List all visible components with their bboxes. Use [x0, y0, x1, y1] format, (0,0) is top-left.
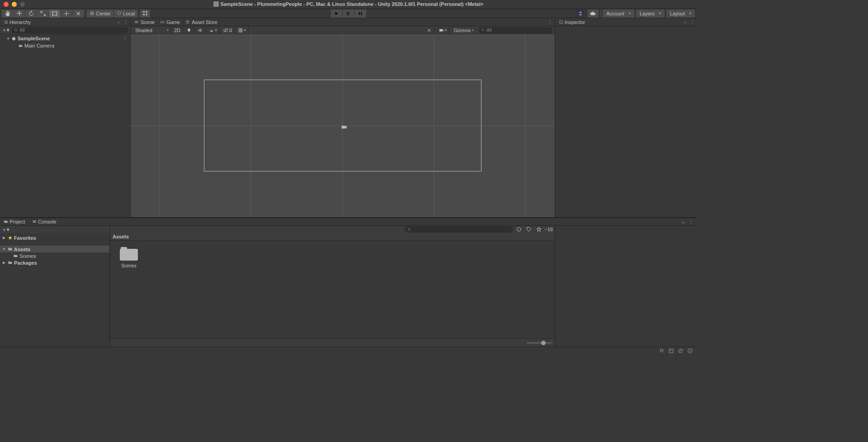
titlebar: SampleScene - PlummetingPeople - PC, Mac… — [0, 0, 697, 9]
project-grid[interactable]: Scenes — [110, 241, 555, 338]
inspector-menu-icon[interactable]: ⋮ — [689, 19, 696, 24]
pivot-group: Center Local — [87, 10, 137, 18]
project-footer — [110, 338, 555, 347]
svg-point-1 — [52, 11, 53, 12]
project-breadcrumb[interactable]: Assets — [110, 233, 555, 241]
project-tree[interactable]: ▶Favorites ▼Assets ▶Scenes ▶Packages — [0, 233, 109, 347]
hierarchy-scene-row[interactable]: ▼ SampleScene ⋮ — [0, 35, 130, 42]
scene-menu-icon[interactable]: ⋮ — [123, 36, 130, 42]
tab-hierarchy[interactable]: Hierarchy — [1, 19, 33, 26]
layers-dropdown[interactable]: Layers — [636, 10, 665, 18]
pivot-local-button[interactable]: Local — [114, 10, 137, 18]
scene-grid-dropdown[interactable]: ▾ — [236, 27, 249, 33]
status-bug-icon[interactable] — [659, 348, 665, 354]
hierarchy-tabbar: Hierarchy ⬨ ⋮ — [0, 18, 130, 26]
scene-search-input[interactable] — [486, 28, 550, 33]
scene-tab-icon — [134, 20, 139, 24]
layout-dropdown[interactable]: Layout — [666, 10, 695, 18]
tab-inspector[interactable]: Inspector — [556, 19, 588, 26]
project-content-pane: 18 Assets Scenes — [110, 226, 555, 347]
account-dropdown[interactable]: Account — [603, 10, 634, 18]
folder-icon — [8, 247, 13, 252]
project-menu-icon[interactable]: ⋮ — [687, 219, 695, 225]
project-tab-controls: ⬨⋮ — [680, 219, 695, 225]
scene-icon — [11, 36, 16, 41]
scene-hidden-count[interactable]: 0 — [221, 27, 235, 33]
project-search[interactable] — [405, 226, 513, 233]
camera-gizmo-icon[interactable] — [340, 124, 346, 130]
lock-icon[interactable]: ⬨ — [116, 19, 121, 24]
status-check-icon[interactable] — [687, 348, 693, 354]
inspector-panel: Inspector ⬨⋮ — [555, 18, 697, 217]
move-tool[interactable] — [14, 10, 25, 18]
pause-button[interactable] — [343, 10, 354, 18]
hierarchy-item-main-camera[interactable]: Main Camera — [0, 42, 130, 49]
scene-viewport[interactable] — [131, 34, 555, 217]
status-hidden-icon[interactable] — [678, 348, 684, 354]
tab-scene[interactable]: Scene — [132, 19, 157, 26]
hierarchy-tree[interactable]: ▼ SampleScene ⋮ Main Camera — [0, 34, 130, 217]
project-assets-row[interactable]: ▼Assets — [0, 246, 109, 252]
inspector-lock-icon[interactable]: ⬨ — [682, 19, 688, 24]
tab-game[interactable]: Game — [157, 19, 183, 26]
project-packages-row[interactable]: ▶Packages — [0, 259, 109, 266]
search-icon — [407, 228, 411, 232]
project-hidden-count[interactable]: 18 — [545, 226, 553, 233]
store-tab-icon — [185, 20, 190, 24]
upper-split: Hierarchy ⬨ ⋮ ＋▾ ▼ — [0, 18, 697, 217]
hand-tool[interactable] — [2, 10, 14, 18]
status-bar — [0, 347, 697, 355]
add-gameobject-button[interactable]: ＋▾ — [2, 27, 9, 33]
project-favorites-row[interactable]: ▶Favorites — [0, 234, 109, 241]
project-scenes-row[interactable]: ▶Scenes — [0, 252, 109, 259]
project-panel: Project Console ⬨⋮ ＋▾ ▶Favorites ▼Assets — [0, 217, 697, 347]
folder-icon — [4, 219, 8, 224]
hierarchy-search-input[interactable] — [20, 28, 126, 33]
transform-tool-combined[interactable] — [61, 10, 72, 18]
svg-point-20 — [408, 228, 410, 230]
star-icon — [8, 235, 13, 240]
svg-rect-18 — [33, 221, 36, 222]
scene-audio-toggle[interactable] — [195, 27, 206, 33]
project-zoom-slider[interactable] — [527, 342, 552, 344]
pivot-center-button[interactable]: Center — [87, 10, 114, 18]
svg-rect-9 — [146, 11, 147, 13]
main-area: Hierarchy ⬨ ⋮ ＋▾ ▼ — [0, 18, 697, 347]
scene-camera-dropdown[interactable]: ▾ — [436, 27, 449, 33]
tab-menu-icon[interactable]: ⋮ — [122, 19, 129, 24]
status-package-icon[interactable] — [668, 348, 674, 354]
asset-folder-scenes[interactable]: Scenes — [115, 246, 142, 268]
scene-search[interactable] — [478, 27, 553, 33]
custom-tool[interactable] — [72, 10, 84, 18]
rotate-tool[interactable] — [25, 10, 37, 18]
step-button[interactable] — [354, 10, 366, 18]
info-icon — [559, 20, 563, 24]
scene-light-toggle[interactable] — [184, 27, 194, 33]
project-filter-label-icon[interactable] — [525, 226, 533, 233]
scene-tab-menu-icon[interactable]: ⋮ — [547, 19, 554, 24]
hierarchy-search[interactable] — [11, 27, 128, 33]
project-filter-type-icon[interactable] — [515, 226, 523, 233]
tab-asset-store[interactable]: Asset Store — [183, 19, 220, 26]
scale-tool[interactable] — [37, 10, 49, 18]
scene-tools-icon[interactable] — [424, 27, 434, 33]
svg-point-4 — [56, 14, 57, 15]
rect-tool[interactable] — [49, 10, 61, 18]
tab-project[interactable]: Project — [0, 218, 28, 225]
svg-rect-11 — [146, 14, 147, 15]
inspector-lower-empty — [555, 226, 697, 347]
tab-console[interactable]: Console — [28, 218, 60, 225]
play-button[interactable] — [331, 10, 343, 18]
collab-button[interactable] — [575, 10, 586, 18]
gizmos-dropdown[interactable]: Gizmos — [451, 27, 476, 33]
snap-button[interactable] — [140, 10, 150, 18]
expand-arrow-icon[interactable]: ▼ — [6, 37, 10, 41]
project-add-button[interactable]: ＋▾ — [2, 226, 9, 233]
project-save-search-icon[interactable] — [535, 226, 543, 233]
shading-mode-dropdown[interactable]: Shaded — [132, 27, 171, 33]
scene-panel: Scene Game Asset Store ⋮ Shaded 2D ▾ 0 ▾… — [131, 18, 555, 217]
cloud-button[interactable] — [588, 10, 599, 18]
scene-fx-dropdown[interactable]: ▾ — [207, 27, 220, 33]
project-lock-icon[interactable]: ⬨ — [680, 219, 686, 225]
scene-2d-toggle[interactable]: 2D — [172, 27, 183, 33]
